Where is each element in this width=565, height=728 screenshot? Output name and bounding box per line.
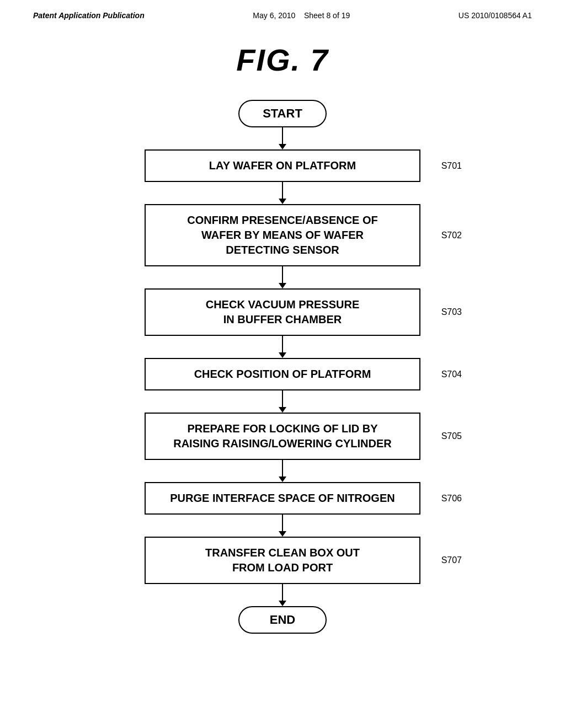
arrow-s701-s702 (279, 182, 286, 204)
header-patent-number: US 2010/0108564 A1 (459, 11, 532, 20)
step-s707-box: TRANSFER CLEAN BOX OUT FROM LOAD PORT (145, 537, 420, 584)
step-s704-row: CHECK POSITION OF PLATFORM S704 (103, 358, 462, 390)
step-s705-box: PREPARE FOR LOCKING OF LID BY RAISING RA… (145, 413, 420, 460)
step-s706-row: PURGE INTERFACE SPACE OF NITROGEN S706 (103, 482, 462, 515)
step-s706-box: PURGE INTERFACE SPACE OF NITROGEN (145, 482, 420, 515)
step-s703-row: CHECK VACUUM PRESSURE IN BUFFER CHAMBER … (103, 288, 462, 336)
step-s707-label: S707 (441, 555, 462, 565)
arrow-s703-s704 (279, 336, 286, 358)
header-sheet: Sheet 8 of 19 (304, 11, 350, 20)
arrow-s706-s707 (279, 515, 286, 537)
step-s705-row: PREPARE FOR LOCKING OF LID BY RAISING RA… (103, 413, 462, 460)
header: Patent Application Publication May 6, 20… (33, 11, 532, 25)
end-row: END (103, 606, 462, 634)
end-node: END (238, 606, 327, 634)
step-s705-label: S705 (441, 431, 462, 441)
step-s702-box: CONFIRM PRESENCE/ABSENCE OF WAFER BY MEA… (145, 204, 420, 266)
step-s704-label: S704 (441, 370, 462, 379)
arrow-s704-s705 (279, 390, 286, 413)
step-s701-box: LAY WAFER ON PLATFORM (145, 149, 420, 182)
figure-title: FIG. 7 (33, 42, 532, 78)
step-s701-row: LAY WAFER ON PLATFORM S701 (103, 149, 462, 182)
arrow-s702-s703 (279, 266, 286, 288)
step-s706-label: S706 (441, 494, 462, 504)
step-s703-box: CHECK VACUUM PRESSURE IN BUFFER CHAMBER (145, 288, 420, 336)
arrow-s707-end (279, 584, 286, 606)
start-node: START (238, 100, 327, 127)
arrow-s705-s706 (279, 460, 286, 482)
step-s701-label: S701 (441, 161, 462, 171)
header-date: May 6, 2010 (253, 11, 295, 20)
header-date-sheet: May 6, 2010 Sheet 8 of 19 (253, 11, 350, 20)
arrow-start-s701 (279, 127, 286, 149)
step-s703-label: S703 (441, 307, 462, 317)
start-row: START (103, 100, 462, 127)
step-s707-row: TRANSFER CLEAN BOX OUT FROM LOAD PORT S7… (103, 537, 462, 584)
flowchart: START LAY WAFER ON PLATFORM S701 CONFIRM… (33, 100, 532, 634)
step-s702-row: CONFIRM PRESENCE/ABSENCE OF WAFER BY MEA… (103, 204, 462, 266)
step-s702-label: S702 (441, 231, 462, 240)
page: Patent Application Publication May 6, 20… (0, 0, 565, 728)
header-publication: Patent Application Publication (33, 11, 145, 20)
step-s704-box: CHECK POSITION OF PLATFORM (145, 358, 420, 390)
